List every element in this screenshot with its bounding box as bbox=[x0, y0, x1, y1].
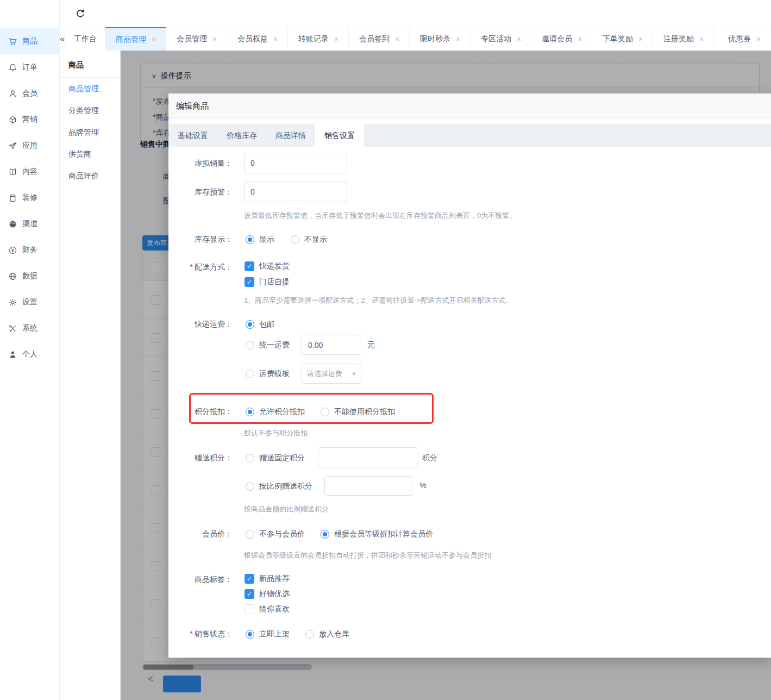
submenu-item-brand-management[interactable]: 品牌管理 bbox=[60, 121, 120, 143]
sidebar-item-decorate[interactable]: 装修 bbox=[0, 185, 60, 211]
close-tab-icon[interactable]: × bbox=[334, 35, 339, 43]
delivery-option-express[interactable]: ✓快递发货 bbox=[245, 261, 290, 271]
virtual-sales-label: 虚拟销量： bbox=[168, 158, 233, 168]
collapse-menu-icon[interactable]: « bbox=[60, 27, 65, 51]
modal-tab-basic-settings[interactable]: 基础设置 bbox=[168, 124, 217, 147]
tag-option-new-product[interactable]: ✓新品推荐 bbox=[245, 574, 290, 584]
modal-tab-product-detail[interactable]: 商品详情 bbox=[266, 124, 315, 147]
flat-fee-input[interactable] bbox=[302, 335, 361, 355]
top-tab-zone-activity[interactable]: 专区活动× bbox=[471, 27, 531, 51]
close-tab-icon[interactable]: × bbox=[395, 35, 399, 43]
top-tab-register-reward[interactable]: 注册奖励× bbox=[653, 27, 714, 51]
top-tab-transfer-records[interactable]: 转账记录× bbox=[288, 27, 349, 51]
member-price-option-by-level[interactable]: 根据会员等级折扣计算会员价 bbox=[321, 529, 433, 539]
points-deduct-option-allow[interactable]: 允许积分抵扣 bbox=[246, 407, 305, 417]
sidebar-item-finance[interactable]: 财务 bbox=[0, 237, 60, 263]
sale-status-option-warehouse[interactable]: 放入仓库 bbox=[305, 629, 349, 639]
top-tab-member-management[interactable]: 会员管理× bbox=[166, 27, 227, 51]
sidebar-item-label: 系统 bbox=[22, 323, 37, 333]
radio-selected-icon bbox=[246, 408, 254, 416]
sidebar-item-data[interactable]: 数据 bbox=[0, 263, 60, 289]
points-deduct-help: 默认不参与积分抵扣 bbox=[244, 428, 308, 438]
express-fee-option-flat[interactable]: 统一运费 bbox=[246, 340, 290, 350]
close-tab-icon[interactable]: × bbox=[699, 35, 704, 43]
sale-status-option-on-shelf[interactable]: 立即上架 bbox=[246, 629, 290, 639]
topbar bbox=[60, 0, 771, 27]
sidebar-item-label: 订单 bbox=[22, 62, 37, 72]
main-sidebar: 商品 订单 会员 营销 应用 内容 装修 渠道 bbox=[0, 0, 60, 700]
close-tab-icon[interactable]: × bbox=[212, 35, 217, 43]
member-price-option-none[interactable]: 不参与会员价 bbox=[246, 529, 305, 539]
tag-option-good-picks[interactable]: ✓好物优选 bbox=[245, 589, 290, 599]
sidebar-item-profile[interactable]: 个人 bbox=[0, 341, 60, 367]
submenu-item-product-reviews[interactable]: 商品评价 bbox=[60, 165, 120, 186]
sidebar-item-members[interactable]: 会员 bbox=[0, 80, 60, 107]
close-tab-icon[interactable]: × bbox=[152, 36, 156, 43]
virtual-sales-input[interactable] bbox=[244, 153, 347, 173]
close-tab-icon[interactable]: × bbox=[578, 35, 582, 43]
top-tab-workbench[interactable]: 工作台 bbox=[65, 27, 105, 51]
sidebar-item-apps[interactable]: 应用 bbox=[0, 133, 60, 159]
sidebar-item-marketing[interactable]: 营销 bbox=[0, 107, 60, 133]
sidebar-item-label: 装修 bbox=[22, 193, 37, 203]
channel-icon bbox=[8, 220, 17, 229]
close-tab-icon[interactable]: × bbox=[638, 35, 643, 43]
tag-option-guess-you-like[interactable]: 猜你喜欢 bbox=[245, 604, 290, 614]
ratio-points-input[interactable] bbox=[324, 476, 412, 496]
top-tab-order-reward[interactable]: 下单奖励× bbox=[592, 27, 653, 51]
stock-warning-help: 设置最低库存预警值，当库存低于预警值时会出现在库存预警商品列表页，0为不预警。 bbox=[244, 211, 516, 221]
modal-tab-bar: 基础设置 价格库存 商品详情 销售设置 bbox=[168, 124, 771, 147]
close-tab-icon[interactable]: × bbox=[756, 35, 761, 43]
panel-icon bbox=[8, 193, 17, 203]
submenu-item-suppliers[interactable]: 供货商 bbox=[60, 143, 120, 165]
delivery-help: 1、商品至少需要选择一项配送方式；2、还需前往设置->配送方式开启相关配送方式。 bbox=[244, 296, 512, 305]
close-tab-icon[interactable]: × bbox=[456, 35, 460, 43]
sidebar-item-content[interactable]: 内容 bbox=[0, 159, 60, 185]
edit-product-modal: 编辑商品 基础设置 价格库存 商品详情 销售设置 虚拟销量： 库存预警： 设置最… bbox=[168, 93, 771, 658]
sidebar-item-channels[interactable]: 渠道 bbox=[0, 211, 60, 237]
points-deduct-option-deny[interactable]: 不能使用积分抵扣 bbox=[321, 407, 395, 417]
checkbox-icon bbox=[245, 604, 254, 614]
sidebar-item-settings[interactable]: 设置 bbox=[0, 289, 60, 315]
fixed-points-input[interactable] bbox=[318, 447, 418, 467]
submenu-item-goods-management[interactable]: 商品管理 bbox=[60, 78, 120, 99]
top-tab-member-benefits[interactable]: 会员权益× bbox=[227, 27, 288, 51]
top-tab-flash-sale[interactable]: 限时秒杀× bbox=[410, 27, 471, 51]
top-tab-member-checkin[interactable]: 会员签到× bbox=[349, 27, 410, 51]
submenu-item-category-management[interactable]: 分类管理 bbox=[60, 99, 120, 121]
modal-tab-sales-settings[interactable]: 销售设置 bbox=[315, 124, 364, 147]
fee-template-select[interactable]: 请选择运费▼ bbox=[302, 364, 361, 384]
delivery-option-store-pickup[interactable]: ✓门店自提 bbox=[245, 277, 290, 287]
sidebar-item-goods[interactable]: 商品 bbox=[0, 28, 60, 54]
member-price-help: 根据会员等级设置的会员折扣自动打折，拼团和秒杀等营销活动不参与会员折扣 bbox=[244, 551, 491, 560]
stock-display-option-hide[interactable]: 不显示 bbox=[291, 235, 327, 245]
required-mark: * bbox=[190, 262, 193, 271]
sidebar-item-label: 内容 bbox=[22, 167, 37, 177]
radio-icon bbox=[246, 482, 254, 491]
sidebar-item-system[interactable]: 系统 bbox=[0, 315, 60, 341]
express-fee-option-free[interactable]: 包邮 bbox=[246, 320, 274, 329]
express-fee-option-template[interactable]: 运费模板 bbox=[246, 369, 290, 379]
book-icon bbox=[8, 167, 17, 177]
stock-display-label: 库存显示： bbox=[168, 234, 233, 245]
product-tags-label: 商品标签： bbox=[168, 574, 233, 585]
close-tab-icon[interactable]: × bbox=[517, 35, 521, 43]
close-tab-icon[interactable]: × bbox=[273, 35, 278, 43]
sidebar-item-label: 营销 bbox=[22, 115, 37, 124]
cart-icon bbox=[8, 37, 17, 46]
radio-icon bbox=[321, 408, 329, 416]
fixed-points-unit: 积分 bbox=[422, 453, 437, 463]
refresh-icon[interactable] bbox=[75, 8, 86, 19]
top-tab-goods-management[interactable]: 商品管理× bbox=[105, 27, 166, 51]
modal-tab-price-stock[interactable]: 价格库存 bbox=[217, 124, 266, 147]
gift-points-option-fixed[interactable]: 赠送固定积分 bbox=[246, 453, 305, 463]
globe-icon bbox=[8, 272, 17, 281]
gift-points-option-ratio[interactable]: 按比例赠送积分 bbox=[246, 482, 312, 491]
stock-warning-input[interactable] bbox=[244, 182, 347, 202]
top-tab-coupons[interactable]: 优惠券× bbox=[714, 27, 771, 51]
radio-icon bbox=[246, 370, 254, 378]
sidebar-item-orders[interactable]: 订单 bbox=[0, 54, 60, 80]
cube-icon bbox=[8, 115, 17, 124]
stock-display-option-show[interactable]: 显示 bbox=[246, 235, 274, 245]
top-tab-invite-members[interactable]: 邀请会员× bbox=[531, 27, 592, 51]
